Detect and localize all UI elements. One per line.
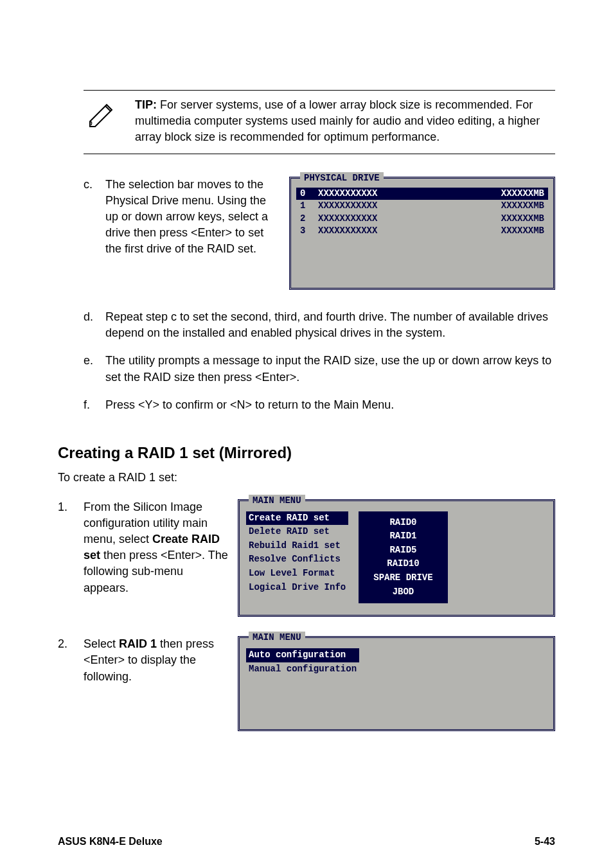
drive-size: XXXXXXMB — [486, 200, 544, 213]
physical-drive-row: 3XXXXXXXXXXXXXXXXXMB — [296, 225, 548, 238]
drive-name: XXXXXXXXXXX — [314, 213, 486, 226]
raid-popup-item: RAID5 — [371, 544, 435, 558]
step-1-text: From the Silicon Image configuration uti… — [84, 499, 238, 617]
step-d-marker: d. — [84, 309, 96, 341]
menu-item: Auto configuration — [246, 648, 359, 662]
step-1-suffix: then press <Enter>. The following sub-me… — [84, 549, 228, 594]
drive-size: XXXXXXMB — [486, 225, 544, 238]
drive-index: 1 — [300, 200, 314, 213]
main-menu-panel-1: MAIN MENU Create RAID setDelete RAID set… — [238, 499, 555, 617]
step-2-text: Select RAID 1 then press <Enter> to disp… — [84, 636, 238, 731]
menu-item: Resolve Conflicts — [246, 553, 348, 567]
raid-popup-item: RAID10 — [371, 557, 435, 571]
menu-item: Delete RAID set — [246, 525, 348, 539]
step-1-marker: 1. — [58, 499, 84, 617]
tip-callout: TIP: For server systems, use of a lower … — [84, 90, 555, 154]
step-e-marker: e. — [84, 353, 96, 385]
step-c-text: The selection bar moves to the Physical … — [105, 177, 276, 290]
drive-index: 3 — [300, 225, 314, 238]
step-f-marker: f. — [84, 397, 96, 413]
tip-text: TIP: For server systems, use of a lower … — [135, 97, 555, 146]
step-e-text: The utility prompts a message to input t… — [105, 353, 555, 385]
step-d-text: Repeat step c to set the second, third, … — [105, 309, 555, 341]
drive-name: XXXXXXXXXXX — [314, 188, 486, 200]
tip-label: TIP: — [135, 98, 157, 111]
physical-drive-row: 1XXXXXXXXXXXXXXXXXMB — [296, 200, 548, 213]
raid-type-popup: RAID0RAID1RAID5RAID10SPARE DRIVEJBOD — [359, 511, 447, 604]
footer-right: 5-43 — [535, 835, 555, 849]
menu-item: Manual configuration — [246, 662, 359, 677]
main-menu-label-1: MAIN MENU — [249, 495, 305, 508]
drive-index: 0 — [300, 188, 314, 200]
step-2-marker: 2. — [58, 636, 84, 731]
step-2-prefix: Select — [84, 637, 119, 650]
physical-drive-panel: PHYSICAL DRIVE 0XXXXXXXXXXXXXXXXXMB1XXXX… — [289, 177, 555, 290]
menu-item: Create RAID set — [246, 511, 348, 526]
physical-drive-label: PHYSICAL DRIVE — [300, 172, 384, 185]
intro-raid1: To create a RAID 1 set: — [58, 470, 555, 486]
main-menu-label-2: MAIN MENU — [249, 632, 305, 644]
drive-name: XXXXXXXXXXX — [314, 200, 486, 213]
raid-popup-item: RAID0 — [371, 516, 435, 530]
physical-drive-row: 2XXXXXXXXXXXXXXXXXMB — [296, 213, 548, 226]
tip-body: For server systems, use of a lower array… — [135, 98, 540, 143]
raid-popup-item: SPARE DRIVE — [371, 571, 435, 585]
drive-index: 2 — [300, 213, 314, 226]
menu-item: Logical Drive Info — [246, 581, 348, 595]
menu-item: Low Level Format — [246, 567, 348, 581]
drive-name: XXXXXXXXXXX — [314, 225, 486, 238]
step-f-text: Press <Y> to confirm or <N> to return to… — [105, 397, 555, 413]
drive-size: XXXXXXMB — [486, 188, 544, 200]
raid-popup-item: RAID1 — [371, 529, 435, 544]
drive-size: XXXXXXMB — [486, 213, 544, 226]
footer-left: ASUS K8N4-E Deluxe — [58, 835, 163, 849]
step-c-marker: c. — [84, 177, 96, 290]
step-2-bold: RAID 1 — [119, 637, 157, 650]
page-footer: ASUS K8N4-E Deluxe 5-43 — [58, 835, 555, 849]
note-icon — [84, 97, 122, 146]
main-menu-panel-2: MAIN MENU Auto configurationManual confi… — [238, 636, 555, 731]
menu-item: Rebuild Raid1 set — [246, 539, 348, 553]
heading-raid1: Creating a RAID 1 set (Mirrored) — [58, 442, 555, 464]
physical-drive-row: 0XXXXXXXXXXXXXXXXXMB — [296, 188, 548, 200]
raid-popup-item: JBOD — [371, 585, 435, 599]
